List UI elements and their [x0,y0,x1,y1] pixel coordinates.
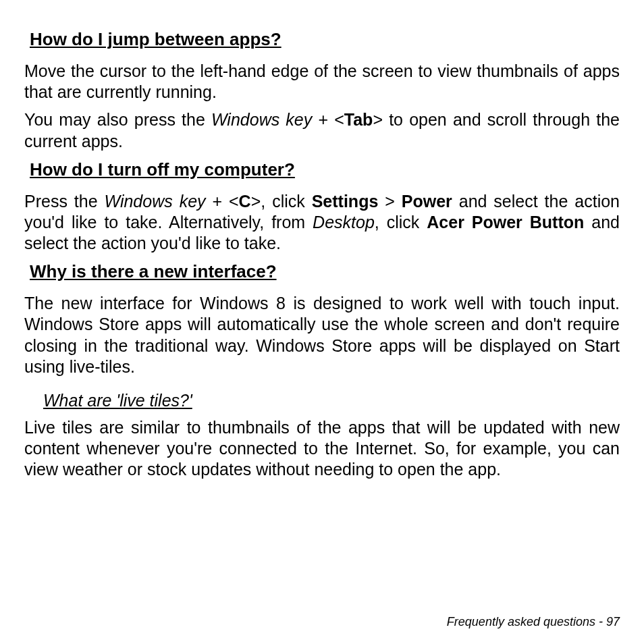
heading-jump-apps: How do I jump between apps? [30,28,620,51]
windows-key-text: Windows key [211,110,312,129]
text: >, click [251,192,312,211]
c-key-text: C [239,192,251,211]
page-footer: Frequently asked questions - 97 [447,615,620,629]
paragraph: Press the Windows key + <C>, click Setti… [24,191,620,254]
desktop-text: Desktop [313,213,375,232]
text: , click [375,213,427,232]
text: + < [312,110,344,129]
subheading-live-tiles: What are 'live tiles?' [43,390,620,412]
heading-new-interface: Why is there a new interface? [30,261,620,284]
text: + < [206,192,239,211]
paragraph: Live tiles are similar to thumbnails of … [24,417,620,481]
document-page: How do I jump between apps? Move the cur… [0,0,644,644]
paragraph: The new interface for Windows 8 is desig… [24,293,620,377]
text: You may also press the [24,110,211,129]
text: > [378,192,401,211]
text: Press the [24,192,105,211]
tab-key-text: Tab [344,110,373,129]
power-text: Power [402,192,452,211]
paragraph: You may also press the Windows key + <Ta… [24,109,620,152]
windows-key-text: Windows key [105,192,206,211]
paragraph: Move the cursor to the left-hand edge of… [24,61,620,103]
acer-power-button-text: Acer Power Button [427,213,584,232]
heading-turn-off: How do I turn off my computer? [30,159,620,182]
settings-text: Settings [312,192,379,211]
